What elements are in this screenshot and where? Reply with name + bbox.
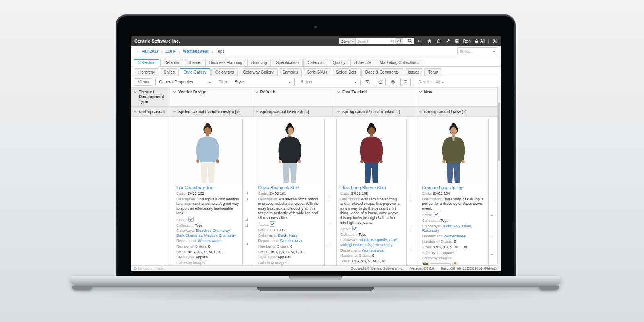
tab[interactable]: Select Sets [332, 68, 361, 76]
style-card[interactable]: Eliza Long Sleeve Shirt Code: SH02-105 D… [336, 119, 407, 265]
column-header[interactable]: Fast Tracked [334, 88, 416, 106]
lock-scope-label: All [480, 39, 485, 43]
user-menu[interactable]: Ron [463, 39, 471, 43]
department-link[interactable]: Womenswear [198, 239, 221, 243]
department-link[interactable]: Womenswear [362, 248, 385, 252]
tab[interactable]: Colorways [211, 68, 238, 76]
tab[interactable]: Styles [160, 68, 179, 76]
style-name-link[interactable]: Olivia Boatneck Shirt [258, 185, 321, 190]
desktop-background: Centric Software Inc. Style in All [0, 0, 644, 322]
back-icon[interactable] [418, 39, 423, 43]
active-checkbox[interactable] [352, 226, 357, 231]
tab[interactable]: Defaults [160, 59, 183, 66]
style-card[interactable]: Olivia Boatneck Shirt Code: SH02-101 Des… [255, 119, 325, 265]
tab[interactable]: Issues [404, 68, 423, 76]
tab[interactable]: Colorway Gallery [239, 68, 277, 76]
active-checkbox[interactable] [188, 217, 194, 222]
colorway-links[interactable]: Black, Navy [278, 233, 297, 237]
cell-group-header[interactable]: Spring Casual / Vendor Design (1) [170, 107, 252, 116]
breadcrumb-link[interactable]: Womenswear [183, 49, 208, 54]
colorway-chip[interactable]: Rosemary [430, 263, 451, 265]
tab[interactable]: Marketing Collections [376, 59, 423, 66]
column-header[interactable]: New [416, 88, 498, 106]
save-icon[interactable] [455, 39, 460, 43]
filter-value-dropdown[interactable]: Select [297, 78, 361, 86]
tab[interactable]: Collection [134, 59, 159, 67]
cell-group-header[interactable]: Spring Casual / Fast Tracked (1) [334, 107, 416, 116]
search-box[interactable]: Style in All [339, 38, 414, 44]
filter-clear-icon[interactable] [363, 78, 373, 86]
tab[interactable]: Business Planning [205, 59, 246, 66]
tab[interactable]: Hierarchy [134, 68, 159, 76]
style-photo[interactable] [419, 119, 488, 183]
export-pdf-icon[interactable] [400, 78, 411, 86]
active-checkbox[interactable] [434, 212, 439, 217]
style-photo[interactable] [173, 119, 242, 183]
search-scope-all[interactable]: All [395, 38, 403, 44]
style-card[interactable]: Isla Chambray Top Code: SH02-102 Descrip… [173, 119, 243, 265]
tab[interactable]: Sourcing [247, 59, 271, 66]
gallery-toolbar: Views General Properties Filter: Style S… [131, 76, 501, 88]
views-button[interactable]: Views [134, 78, 153, 86]
tab[interactable]: Theme [184, 59, 204, 66]
scrollbar-thumb[interactable] [498, 102, 500, 161]
cell-group-header[interactable]: Spring Casual / Refresh (1) [252, 107, 334, 116]
breadcrumb-item[interactable]: Womenswear [176, 49, 209, 54]
gear-icon[interactable] [492, 39, 497, 44]
theme-column [131, 117, 170, 265]
tab[interactable]: Calendar [303, 59, 328, 66]
cell-group-header[interactable]: Spring Casual / New (1) [416, 107, 498, 116]
favorites-star-icon[interactable] [427, 39, 432, 43]
style-name-link[interactable]: Corinne Lace Up Top [422, 185, 485, 190]
lock-scope-menu[interactable]: All [474, 39, 485, 43]
tab[interactable]: Specification [272, 59, 303, 66]
search-icon[interactable] [405, 38, 414, 44]
field-value: Apparel [196, 255, 208, 259]
breadcrumb-link[interactable]: 110 F [166, 49, 176, 54]
tab[interactable]: Quality [329, 59, 349, 66]
debug-mode-hint[interactable]: Enter debug mode... [134, 266, 166, 270]
search-input[interactable] [356, 39, 391, 43]
style-photo[interactable] [337, 119, 406, 183]
matrix-header-row: Theme / Development Type Vendor Design R… [131, 88, 498, 107]
search-scope-dropdown[interactable]: Style [339, 38, 356, 44]
styles-combo[interactable]: Styles... [457, 47, 497, 55]
vertical-scrollbar[interactable] [497, 86, 501, 266]
colorway-chip[interactable] [452, 262, 458, 265]
tab[interactable]: Team [424, 68, 442, 76]
column-header[interactable]: Refresh [252, 88, 334, 106]
webcam-dot [314, 26, 317, 29]
style-photo[interactable] [255, 119, 324, 183]
view-selector-dropdown[interactable]: General Properties [155, 78, 215, 86]
breadcrumb-link[interactable]: Tops [216, 49, 224, 54]
results-dropdown[interactable]: All [436, 80, 444, 84]
column-header[interactable]: Vendor Design [170, 88, 252, 106]
refresh-icon[interactable] [376, 78, 386, 86]
tab[interactable]: Style SKUs [303, 68, 331, 76]
breadcrumb-separator-icon [161, 49, 163, 54]
department-link[interactable]: Womenswear [444, 234, 466, 238]
tab[interactable]: Style Gallery [180, 68, 211, 76]
tab[interactable]: Samples [279, 68, 302, 76]
style-name-link[interactable]: Isla Chambray Top [176, 185, 239, 190]
breadcrumb-item[interactable]: Fall 2017 [134, 49, 159, 54]
breadcrumb-item[interactable]: Tops [209, 49, 225, 54]
active-checkbox[interactable] [270, 221, 275, 227]
filter-type-dropdown[interactable]: Style [231, 78, 295, 86]
tools-wrench-icon[interactable] [446, 39, 450, 43]
breadcrumb-link[interactable]: Fall 2017 [142, 49, 159, 54]
row-axis-header[interactable]: Theme / Development Type [131, 88, 170, 106]
department-link[interactable]: Womenswear [280, 239, 303, 243]
theme-group-header[interactable]: Spring Casual [131, 107, 170, 116]
print-icon[interactable] [388, 78, 398, 86]
chevron-down-icon [337, 111, 340, 113]
chevron-down-icon [134, 111, 137, 113]
tab[interactable]: Schedule [350, 59, 375, 66]
field-value: 0 [290, 244, 292, 248]
style-card[interactable]: Corinne Lace Up Top Code: SH02-104 Descr… [419, 119, 489, 265]
tab[interactable]: Docs & Comments [361, 68, 403, 76]
breadcrumb-item[interactable]: 110 F [159, 49, 176, 54]
home-icon[interactable] [436, 39, 441, 43]
colorway-chip[interactable] [422, 262, 429, 265]
style-name-link[interactable]: Eliza Long Sleeve Shirt [340, 185, 403, 190]
